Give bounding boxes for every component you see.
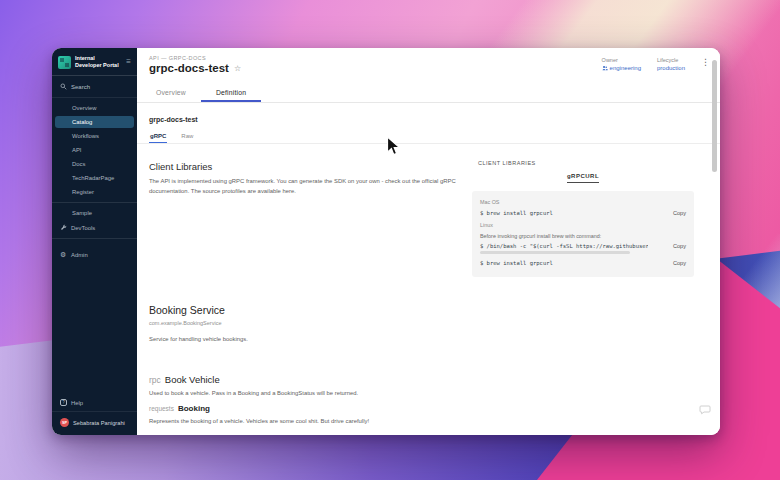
client-libraries-panel: CLIENT LIBRARIES gRPCURL Mac OS $ brew i…: [472, 160, 694, 277]
sidebar-footer: ? Help SP Sebabrata Panigrahi: [52, 394, 137, 435]
favorite-star-icon[interactable]: ☆: [234, 64, 241, 73]
sidebar-item-workflows[interactable]: Workflows: [52, 129, 137, 143]
definition-card-title: grpc-docs-test: [149, 116, 198, 123]
owner-link[interactable]: engineering: [602, 65, 641, 71]
code-row-macos: $ brew install grpcurl Copy: [480, 210, 686, 216]
service-description: Service for handling vehicle bookings.: [149, 335, 569, 345]
brand-logo-icon: [58, 56, 71, 69]
sidebar-search[interactable]: Search: [52, 76, 137, 98]
macos-command: $ brew install grpcurl: [480, 210, 553, 216]
sidebar-item-catalog[interactable]: Catalog: [55, 116, 134, 128]
sidebar-item-label: DevTools: [71, 225, 95, 231]
macos-label: Mac OS: [480, 199, 686, 205]
client-libraries-heading: Client Libraries: [149, 161, 464, 172]
booking-service-section: Booking Service com.example.BookingServi…: [149, 304, 569, 345]
sidebar-divider: [52, 202, 137, 203]
sidebar-item-sample[interactable]: Sample: [52, 206, 137, 220]
client-libraries-description: The API is implemented using gRPC framew…: [149, 177, 464, 196]
service-fqn: com.example.BookingService: [149, 320, 569, 326]
linux-command: $ /bin/bash -c "$(curl -fsSL https://raw…: [480, 243, 648, 249]
rpc-kind: rpc: [149, 375, 161, 385]
sidebar-help[interactable]: ? Help: [52, 394, 137, 411]
group-icon: [602, 65, 608, 71]
help-label: Help: [71, 400, 83, 406]
feedback-bubble-icon: [699, 403, 711, 415]
owner-label: Owner: [602, 57, 641, 63]
hamburger-icon[interactable]: ≡: [126, 58, 131, 66]
horizontal-scrollbar[interactable]: [480, 251, 630, 254]
avatar: SP: [60, 418, 69, 427]
desktop: Internal Developer Portal ≡ Search Overv…: [0, 0, 780, 480]
owner-value: engineering: [610, 65, 641, 71]
sidebar-item-devtools[interactable]: DevTools: [52, 220, 137, 235]
app-window: Internal Developer Portal ≡ Search Overv…: [52, 48, 720, 435]
lifecycle-value[interactable]: production: [657, 65, 685, 71]
install-instructions: Mac OS $ brew install grpcurl Copy Linux…: [472, 191, 694, 277]
service-heading: Booking Service: [149, 304, 569, 316]
sidebar-item-admin[interactable]: ⚙ Admin: [52, 247, 137, 262]
tab-grpcurl[interactable]: gRPCURL: [567, 173, 599, 183]
request-heading: requests Booking: [149, 404, 579, 413]
copy-button[interactable]: Copy: [673, 260, 686, 266]
copy-button[interactable]: Copy: [673, 243, 686, 249]
breadcrumb[interactable]: API — GRPC-DOCS: [149, 55, 206, 61]
linux-label: Linux: [480, 222, 686, 228]
main-content: API — GRPC-DOCS grpc-docs-test ☆ Owner e…: [137, 48, 720, 435]
sidebar-brand[interactable]: Internal Developer Portal ≡: [52, 48, 137, 76]
lifecycle-block: Lifecycle production: [657, 57, 685, 71]
subtab-grpc[interactable]: gRPC: [149, 130, 167, 143]
mouse-cursor: [386, 136, 401, 157]
wrench-icon: [60, 224, 67, 231]
vertical-scrollbar[interactable]: [712, 60, 717, 172]
subtab-raw[interactable]: Raw: [180, 130, 194, 143]
sidebar-divider: [52, 238, 137, 239]
request-section: requests Booking Represents the booking …: [149, 404, 579, 427]
sidebar-item-api[interactable]: API: [52, 143, 137, 157]
sidebar-search-label: Search: [71, 84, 90, 90]
tab-definition[interactable]: Definition: [201, 82, 261, 102]
linux-note: Before invoking grpcurl install brew wit…: [480, 233, 686, 239]
sidebar: Internal Developer Portal ≡ Search Overv…: [52, 48, 137, 435]
client-libraries-section: Client Libraries The API is implemented …: [149, 161, 464, 196]
page-title: grpc-docs-test: [149, 62, 229, 74]
code-row-linux: $ /bin/bash -c "$(curl -fsSL https://raw…: [480, 243, 686, 249]
owner-block: Owner engineering: [602, 57, 641, 71]
request-name: Booking: [178, 404, 210, 413]
sidebar-menu: Overview Catalog Workflows API Docs Tech…: [52, 98, 137, 265]
brew-command: $ brew install grpcurl: [480, 260, 553, 266]
gear-icon: ⚙: [60, 251, 67, 258]
request-description: Represents the booking of a vehicle. Veh…: [149, 417, 579, 427]
sidebar-item-techradarpage[interactable]: TechRadarPage: [52, 171, 137, 185]
tab-overview[interactable]: Overview: [141, 82, 201, 102]
more-options-icon[interactable]: ⋮: [701, 58, 710, 67]
rpc-heading: rpc Book Vehicle: [149, 374, 569, 385]
request-kind: requests: [149, 405, 174, 412]
panel-tab-row: gRPCURL: [472, 173, 694, 183]
entity-tabs: Overview Definition: [137, 82, 720, 103]
rpc-description: Used to book a vehicle. Pass in a Bookin…: [149, 389, 569, 399]
user-name: Sebabrata Panigrahi: [73, 420, 125, 426]
sidebar-item-register[interactable]: Register: [52, 185, 137, 199]
sidebar-item-overview[interactable]: Overview: [52, 101, 137, 115]
lifecycle-label: Lifecycle: [657, 57, 685, 63]
rpc-name: Book Vehicle: [165, 374, 220, 385]
search-icon: [60, 83, 67, 90]
definition-subtabs: gRPC Raw: [137, 130, 720, 144]
rpc-section: rpc Book Vehicle Used to book a vehicle.…: [149, 374, 569, 399]
brand-title: Internal Developer Portal: [75, 55, 122, 69]
entity-meta: Owner engineering Lifecycle production ⋮: [602, 57, 710, 71]
title-row: grpc-docs-test ☆: [149, 62, 241, 74]
panel-title: CLIENT LIBRARIES: [478, 160, 694, 166]
help-icon: ?: [60, 399, 67, 406]
sidebar-user[interactable]: SP Sebabrata Panigrahi: [52, 411, 137, 429]
copy-button[interactable]: Copy: [673, 210, 686, 216]
code-row-brew: $ brew install grpcurl Copy: [480, 260, 686, 266]
sidebar-item-label: Admin: [71, 252, 88, 258]
sidebar-item-docs[interactable]: Docs: [52, 157, 137, 171]
